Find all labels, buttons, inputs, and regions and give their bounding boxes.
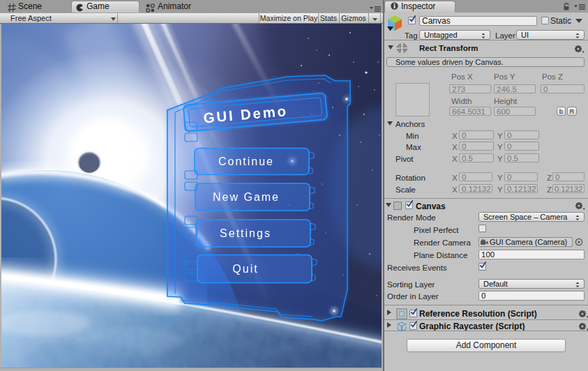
svg-text:Quit: Quit <box>232 263 258 275</box>
svg-text:Continue: Continue <box>218 156 274 167</box>
svg-text:New Game: New Game <box>213 191 280 203</box>
svg-text:Settings: Settings <box>220 227 271 239</box>
